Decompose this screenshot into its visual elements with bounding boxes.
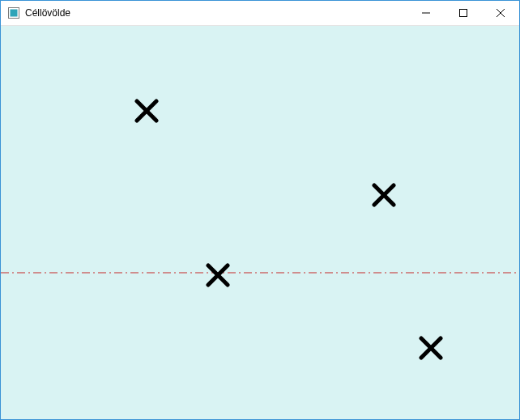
window-title: Céllövölde <box>25 7 407 19</box>
svg-rect-1 <box>11 10 18 17</box>
window-controls <box>407 1 519 25</box>
close-button[interactable] <box>482 1 519 25</box>
target-mark <box>419 336 443 360</box>
target-mark <box>134 99 159 123</box>
svg-line-14 <box>421 338 441 358</box>
minimize-icon <box>422 6 430 20</box>
game-canvas[interactable] <box>1 26 519 419</box>
svg-line-9 <box>374 185 394 205</box>
target-mark <box>372 183 396 207</box>
close-icon <box>497 6 505 20</box>
svg-line-8 <box>137 101 156 121</box>
svg-line-10 <box>374 185 394 205</box>
svg-line-13 <box>421 338 441 358</box>
maximize-button[interactable] <box>445 1 482 25</box>
maximize-icon <box>459 6 467 20</box>
app-window: Céllövölde <box>0 0 520 420</box>
svg-line-12 <box>208 265 228 285</box>
target-mark <box>206 263 230 287</box>
app-icon <box>7 6 20 19</box>
titlebar: Céllövölde <box>1 1 519 26</box>
svg-line-11 <box>208 265 228 285</box>
minimize-button[interactable] <box>407 1 445 25</box>
svg-rect-3 <box>460 10 467 17</box>
svg-line-7 <box>137 101 156 121</box>
